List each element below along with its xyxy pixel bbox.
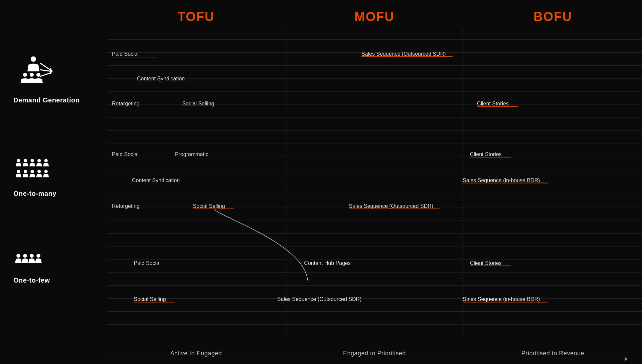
svg-text:Client Stories: Client Stories	[477, 101, 509, 106]
svg-point-16	[37, 170, 41, 173]
svg-line-4	[40, 63, 50, 70]
svg-text:Client Stories: Client Stories	[470, 151, 502, 157]
svg-text:Social Selling: Social Selling	[182, 101, 214, 106]
svg-text:Social Selling: Social Selling	[134, 296, 166, 302]
svg-point-21	[36, 254, 40, 258]
svg-text:Sales Sequence (Outsourced SDR: Sales Sequence (Outsourced SDR)	[277, 296, 362, 302]
bottom-axis: Active to Engaged Engaged to Prioritised…	[0, 337, 642, 364]
demand-generation-icon	[13, 53, 53, 93]
svg-text:Content Syndication: Content Syndication	[132, 177, 180, 183]
prioritised-to-revenue-label: Prioritised to Revenue	[464, 350, 642, 357]
header-row: TOFU MOFU BOFU	[107, 0, 642, 27]
grid-area: Paid SocialSales Sequence (Outsourced SD…	[107, 27, 642, 337]
svg-text:Content Syndication: Content Syndication	[137, 76, 185, 81]
engaged-to-prioritised-label: Engaged to Prioritised	[285, 350, 464, 357]
svg-text:Retargeting: Retargeting	[112, 203, 140, 209]
svg-marker-7	[50, 68, 53, 74]
one-to-many-icon	[13, 156, 53, 187]
svg-text:Paid Social: Paid Social	[112, 151, 139, 157]
svg-text:Paid Social: Paid Social	[112, 51, 139, 57]
svg-point-11	[37, 159, 41, 162]
svg-point-0	[31, 56, 36, 62]
svg-point-9	[24, 159, 27, 162]
svg-text:Sales Sequence (in-house BDR): Sales Sequence (in-house BDR)	[463, 296, 540, 302]
svg-text:Sales Sequence (Outsourced SDR: Sales Sequence (Outsourced SDR)	[349, 203, 434, 209]
grid-svg: Paid SocialSales Sequence (Outsourced SD…	[107, 27, 642, 337]
active-to-engaged-label: Active to Engaged	[107, 350, 285, 357]
axis-line	[107, 359, 625, 359]
svg-point-13	[17, 170, 20, 173]
svg-text:Retargeting: Retargeting	[112, 101, 140, 106]
one-to-many-item: One-to-many	[10, 156, 107, 198]
main-area: Demand Generation	[0, 27, 642, 337]
svg-line-5	[40, 70, 52, 71]
svg-point-12	[44, 159, 48, 162]
one-to-few-icon	[13, 250, 47, 273]
svg-text:Sales Sequence (in-house BDR): Sales Sequence (in-house BDR)	[463, 177, 540, 183]
svg-point-10	[30, 159, 34, 162]
main-container: TOFU MOFU BOFU	[0, 0, 642, 364]
svg-text:Social Selling: Social Selling	[193, 203, 225, 209]
sidebar: Demand Generation	[0, 27, 107, 337]
mofu-header: MOFU	[285, 10, 464, 24]
svg-text:Paid Social: Paid Social	[134, 260, 161, 266]
svg-point-3	[36, 73, 40, 77]
svg-text:Programmatic: Programmatic	[175, 151, 208, 157]
axis-labels: Active to Engaged Engaged to Prioritised…	[107, 350, 642, 357]
axis-arrow	[107, 359, 642, 359]
one-to-few-label: One-to-few	[13, 277, 50, 284]
svg-text:Content Hub Pages: Content Hub Pages	[304, 260, 351, 266]
demand-generation-item: Demand Generation	[10, 53, 107, 104]
svg-point-14	[24, 170, 27, 173]
svg-point-20	[30, 254, 34, 258]
svg-point-19	[23, 254, 27, 258]
tofu-header: TOFU	[107, 10, 285, 24]
svg-point-18	[16, 254, 20, 258]
svg-line-6	[40, 73, 50, 76]
bofu-header: BOFU	[464, 10, 642, 24]
svg-text:Sales Sequence (Outsourced SDR: Sales Sequence (Outsourced SDR)	[361, 51, 446, 57]
svg-point-2	[30, 73, 34, 77]
demand-generation-label: Demand Generation	[13, 96, 80, 104]
svg-point-15	[30, 170, 34, 173]
one-to-few-item: One-to-few	[10, 250, 107, 284]
svg-point-8	[17, 159, 20, 162]
svg-text:Client Stories: Client Stories	[470, 260, 502, 266]
svg-point-1	[23, 73, 27, 77]
svg-point-17	[44, 170, 48, 173]
one-to-many-label: One-to-many	[13, 190, 56, 198]
